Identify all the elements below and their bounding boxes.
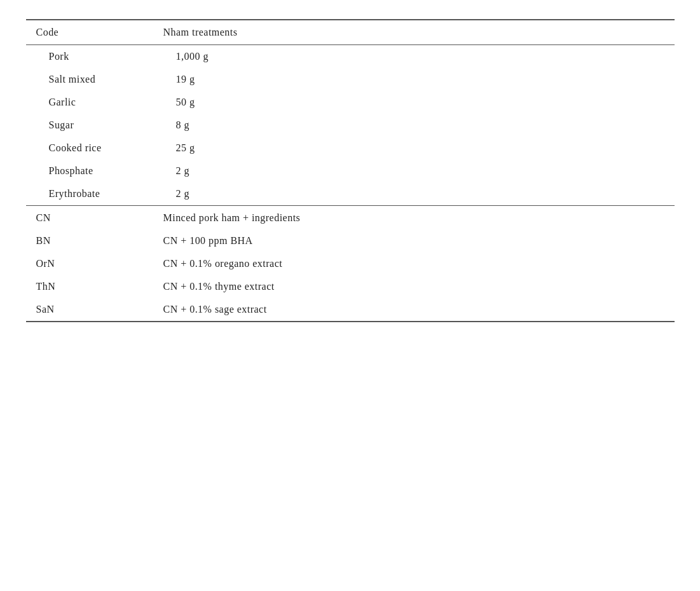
treatment-code: CN <box>26 207 153 230</box>
ingredient-name: Garlic <box>26 91 153 114</box>
ingredient-amount: 2 g <box>153 160 675 182</box>
treatment-description: Minced pork ham + ingredients <box>153 207 675 230</box>
ingredient-amount: 25 g <box>153 137 675 160</box>
ingredient-row: Erythrobate2 g <box>26 182 675 206</box>
ingredient-amount: 1,000 g <box>153 45 675 69</box>
treatment-row: BNCN + 100 ppm BHA <box>26 229 675 252</box>
ingredient-amount: 8 g <box>153 114 675 137</box>
ingredient-name: Sugar <box>26 114 153 137</box>
header-treatments: Nham treatments <box>153 20 675 45</box>
ingredient-name: Salt mixed <box>26 68 153 91</box>
header-code: Code <box>26 20 153 45</box>
ingredient-row: Sugar8 g <box>26 114 675 137</box>
treatment-code: OrN <box>26 252 153 275</box>
table-header: Code Nham treatments <box>26 20 675 45</box>
ingredient-amount: 50 g <box>153 91 675 114</box>
ingredient-row: Pork1,000 g <box>26 45 675 69</box>
treatment-row: ThNCN + 0.1% thyme extract <box>26 275 675 298</box>
treatment-code: ThN <box>26 275 153 298</box>
ingredient-amount: 19 g <box>153 68 675 91</box>
main-table: Code Nham treatments Pork1,000 gSalt mix… <box>26 19 675 322</box>
treatment-row: CNMinced pork ham + ingredients <box>26 207 675 230</box>
ingredient-row: Cooked rice25 g <box>26 137 675 160</box>
ingredient-row: Garlic50 g <box>26 91 675 114</box>
ingredient-name: Phosphate <box>26 160 153 182</box>
ingredient-row: Salt mixed19 g <box>26 68 675 91</box>
treatment-description: CN + 0.1% sage extract <box>153 298 675 322</box>
treatment-row: SaNCN + 0.1% sage extract <box>26 298 675 322</box>
treatment-description: CN + 0.1% oregano extract <box>153 252 675 275</box>
ingredient-amount: 2 g <box>153 182 675 206</box>
treatment-description: CN + 0.1% thyme extract <box>153 275 675 298</box>
treatment-code: BN <box>26 229 153 252</box>
ingredient-name: Cooked rice <box>26 137 153 160</box>
ingredient-name: Pork <box>26 45 153 69</box>
ingredient-row: Phosphate2 g <box>26 160 675 182</box>
treatment-row: OrNCN + 0.1% oregano extract <box>26 252 675 275</box>
ingredient-name: Erythrobate <box>26 182 153 206</box>
treatment-description: CN + 100 ppm BHA <box>153 229 675 252</box>
treatment-code: SaN <box>26 298 153 322</box>
